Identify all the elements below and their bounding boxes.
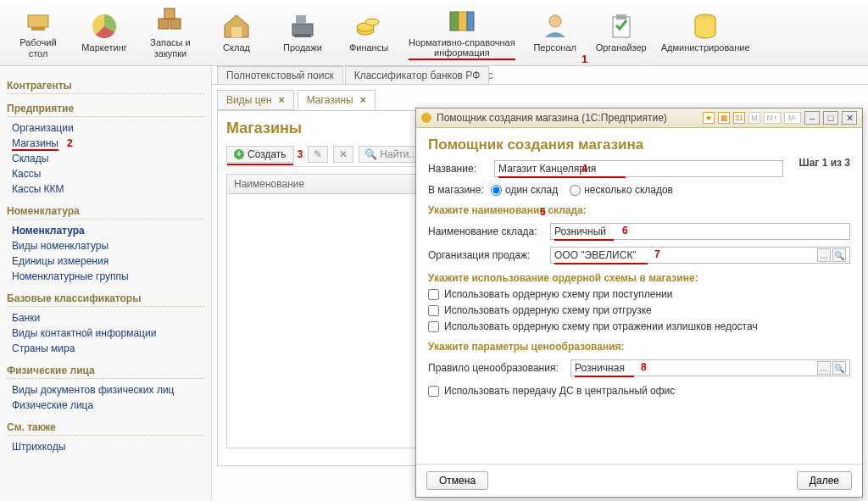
find-button[interactable]: 🔍 Найти... — [359, 146, 423, 163]
database-icon — [690, 12, 721, 41]
toolbar-finance[interactable]: Финансы — [336, 2, 402, 64]
toolbar-warehouse[interactable]: Склад — [203, 2, 270, 64]
delete-icon[interactable]: ✕ — [333, 146, 353, 163]
memory-m-button[interactable]: M — [748, 112, 760, 124]
toolbar-desktop[interactable]: Рабочий стол — [5, 2, 71, 64]
ellipsis-icon[interactable]: … — [817, 248, 831, 262]
chk-order-surplus[interactable]: Использовать ордерную схему при отражени… — [428, 320, 850, 332]
warehouse-input[interactable]: Розничный 6 — [550, 223, 850, 240]
coins-icon — [353, 12, 384, 41]
svg-rect-7 — [292, 24, 313, 36]
sidebar-item[interactable]: Виды контактной информации — [7, 326, 204, 341]
lookup-icon[interactable]: 🔍 — [832, 361, 846, 375]
toolbar-organizer[interactable]: Органайзер — [588, 2, 654, 64]
sidebar-item[interactable]: Виды номенклатуры — [7, 238, 204, 253]
sidebar-item[interactable]: Номенклатурные группы — [7, 269, 204, 284]
sidebar-item[interactable]: Кассы — [7, 166, 204, 181]
sidebar-item[interactable]: Организации — [7, 120, 204, 136]
tab-fulltext-search[interactable]: Полнотекстовый поиск — [217, 66, 343, 84]
close-icon[interactable]: × — [279, 94, 285, 106]
chk-transfer-ds[interactable]: Использовать передачу ДС в центральный о… — [428, 385, 850, 397]
tab-label: Магазины — [307, 94, 353, 106]
svg-point-12 — [365, 19, 379, 25]
toolbar-sales[interactable]: Продажи — [270, 2, 336, 64]
toolbar-admin[interactable]: Администрирование — [654, 2, 757, 64]
toolbar-label: Нормативно-справочная информация — [409, 36, 515, 60]
org-label: Организация продаж: — [428, 249, 543, 261]
svg-rect-15 — [467, 12, 474, 31]
sidebar-item[interactable]: Единицы измерения — [7, 253, 204, 269]
maximize-button[interactable]: □ — [823, 111, 838, 125]
radio-many-warehouses[interactable]: несколько складов — [570, 184, 673, 196]
svg-rect-5 — [164, 8, 175, 19]
toolbar-label: Персонал — [533, 42, 576, 53]
org-combo[interactable]: ООО "ЭВЕЛИСК" 7 … 🔍 — [550, 247, 850, 264]
org-value: ООО "ЭВЕЛИСК" — [554, 249, 637, 261]
toolbar-label: Администрирование — [661, 42, 750, 53]
next-button[interactable]: Далее — [797, 471, 852, 490]
favorite-icon[interactable]: ★ — [703, 112, 715, 124]
app-icon — [421, 113, 431, 123]
sidebar-item[interactable]: Кассы ККМ — [7, 181, 204, 197]
chk-label: Использовать ордерную схему при отгрузке — [444, 304, 652, 316]
cancel-button[interactable]: Отмена — [426, 471, 488, 490]
name-input[interactable]: Магазит Канцелярия — [494, 160, 783, 177]
sidebar-group-header: Физические лица — [7, 365, 204, 379]
sidebar-group-header: Номенклатура — [7, 205, 204, 220]
memory-mplus-button[interactable]: M+ — [764, 112, 781, 124]
annotation-1: 1 — [581, 53, 587, 65]
boxes-icon — [155, 7, 186, 36]
tab-price-types[interactable]: Виды цен × — [217, 90, 294, 110]
ellipsis-icon[interactable]: … — [817, 361, 831, 375]
toolbar-stock[interactable]: Запасы и закупки — [137, 2, 203, 64]
sidebar-item[interactable]: Магазины2 — [7, 136, 204, 151]
desktop-icon — [23, 7, 53, 36]
toolbar-personnel[interactable]: Персонал — [522, 2, 588, 64]
sidebar-item[interactable]: Банки — [7, 310, 204, 326]
sidebar: КонтрагентыПредприятиеОрганизацииМагазин… — [0, 66, 212, 501]
sidebar-group-header: Базовые классификаторы — [7, 292, 204, 307]
sidebar-item[interactable]: Номенклатура — [7, 223, 204, 238]
close-button[interactable]: ✕ — [842, 111, 857, 125]
grid-icon[interactable]: ▦ — [718, 112, 730, 124]
sidebar-item[interactable]: Виды документов физических лиц — [7, 382, 204, 398]
rule-label: Правило ценообразования: — [428, 362, 564, 374]
sidebar-item[interactable]: Штрихкоды — [7, 439, 204, 454]
svg-rect-0 — [28, 15, 48, 27]
toolbar-label: Запасы и закупки — [150, 37, 190, 58]
close-icon[interactable]: × — [360, 94, 366, 106]
svg-rect-1 — [31, 27, 45, 31]
section-order-scheme: Укажите использование ордерной схемы в м… — [428, 272, 850, 284]
chk-label: Использовать ордерную схему при поступле… — [444, 288, 672, 300]
clipboard-icon — [606, 12, 637, 41]
toolbar-label: Рабочий стол — [19, 37, 56, 58]
svg-rect-18 — [616, 14, 626, 19]
chk-order-ship[interactable]: Использовать ордерную схему при отгрузке — [428, 304, 850, 316]
inshop-label: В магазине: — [428, 184, 487, 196]
toolbar-marketing[interactable]: Маркетинг — [71, 2, 137, 64]
create-label: Создать — [248, 148, 287, 160]
memory-mminus-button[interactable]: M- — [784, 112, 801, 124]
calendar-icon[interactable]: 31 — [733, 112, 745, 124]
wizard-titlebar[interactable]: Помощник создания магазина (1С:Предприят… — [416, 109, 862, 128]
chk-order-receipt[interactable]: Использовать ордерную схему при поступле… — [428, 288, 850, 300]
sidebar-item[interactable]: Физические лица — [7, 398, 204, 413]
wizard-step: Шаг 1 из 3 — [799, 157, 850, 169]
edit-icon[interactable]: ✎ — [308, 146, 328, 163]
warehouse-icon — [221, 12, 252, 41]
annotation-5: 5 — [540, 206, 546, 218]
create-button[interactable]: + Создать — [226, 146, 294, 163]
person-icon — [540, 12, 570, 41]
lookup-icon[interactable]: 🔍 — [832, 248, 846, 262]
radio-label: несколько складов — [584, 184, 673, 196]
plus-icon: + — [234, 149, 244, 159]
rule-combo[interactable]: Розничная 8 … 🔍 — [570, 359, 850, 376]
tab-bank-classifier[interactable]: Классификатор банков РФ — [345, 66, 490, 84]
tab-shops[interactable]: Магазины × — [298, 90, 376, 110]
radio-one-warehouse[interactable]: один склад — [491, 184, 558, 196]
toolbar-reference[interactable]: Нормативно-справочная информация — [402, 2, 522, 64]
sidebar-group-header: См. также — [7, 421, 204, 436]
minimize-button[interactable]: – — [804, 111, 820, 125]
sidebar-item[interactable]: Страны мира — [7, 341, 204, 356]
sidebar-item[interactable]: Склады — [7, 151, 204, 166]
